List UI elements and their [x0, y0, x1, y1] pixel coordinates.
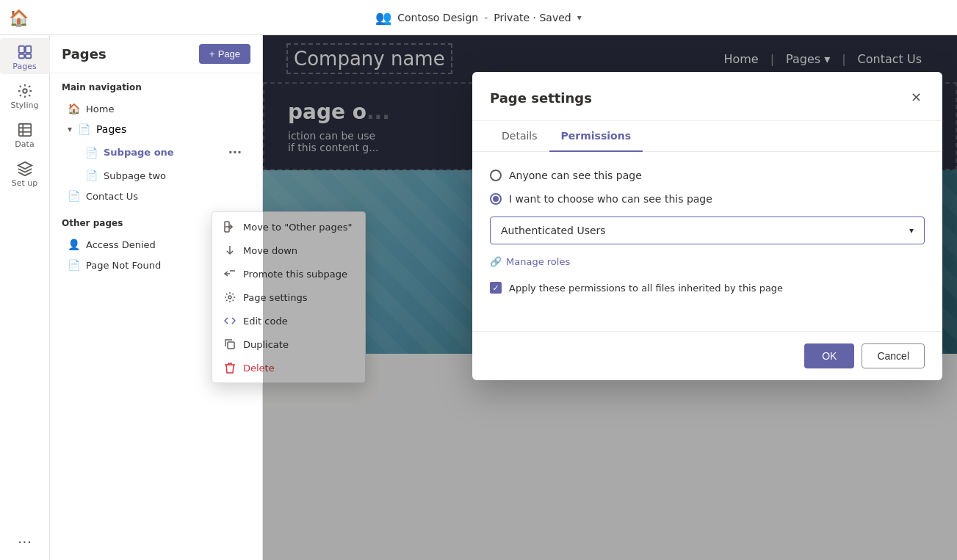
page-not-found-icon: 📄: [68, 259, 80, 271]
collapse-icon[interactable]: ▾: [68, 124, 72, 134]
topbar-separator: -: [484, 12, 488, 23]
pages-children: 📄 Subpage one ··· 📄 Subpage two: [62, 139, 250, 186]
apply-permissions-row: Apply these permissions to all files inh…: [490, 282, 925, 294]
topbar-title: 👥 Contoso Design - Private · Saved ▾: [375, 10, 581, 25]
subpage-one-more-icon[interactable]: ···: [225, 144, 245, 161]
modal-overlay: Page settings ✕ Details Permissions Any: [263, 35, 957, 560]
promote-icon: [224, 268, 236, 280]
add-page-label: Page: [218, 48, 240, 59]
nav-item-subpage-two-label: Subpage two: [104, 170, 166, 181]
plus-icon: +: [209, 48, 215, 59]
sidebar-label-setup: Set up: [12, 178, 38, 188]
add-page-button[interactable]: + Page: [199, 44, 250, 64]
nav-item-home[interactable]: 🏠 Home: [62, 98, 250, 119]
subpage-two-icon: 📄: [85, 170, 98, 181]
nav-item-contact[interactable]: 📄 Contact Us: [62, 186, 250, 206]
sidebar-item-styling[interactable]: Styling: [0, 77, 50, 113]
sidebar-label-styling: Styling: [11, 101, 39, 110]
authenticated-users-dropdown[interactable]: Authenticated Users ▾: [490, 217, 925, 244]
sidebar-item-data[interactable]: Data: [0, 116, 50, 152]
external-link-icon: 🔗: [490, 256, 502, 267]
svg-rect-2: [18, 54, 24, 59]
modal-tabs: Details Permissions: [472, 121, 942, 152]
sidebar-more-button[interactable]: ···: [0, 528, 50, 554]
nav-item-pages[interactable]: ▾ 📄 Pages: [62, 119, 250, 139]
svg-point-4: [23, 89, 27, 93]
apply-permissions-label: Apply these permissions to all files inh…: [509, 283, 783, 294]
manage-roles-label: Manage roles: [506, 256, 570, 267]
dropdown-arrow-icon: ▾: [909, 225, 914, 236]
pages-panel-title: Pages: [62, 46, 106, 62]
svg-point-13: [228, 296, 231, 299]
radio-choose[interactable]: [490, 193, 502, 205]
modal-title: Page settings: [490, 90, 592, 106]
contact-page-icon: 📄: [68, 190, 80, 202]
home-page-icon: 🏠: [68, 103, 80, 114]
dropdown-value: Authenticated Users: [501, 225, 606, 236]
sidebar-item-setup[interactable]: Set up: [0, 155, 50, 191]
tab-details[interactable]: Details: [490, 121, 549, 152]
tab-permissions-label: Permissions: [561, 130, 631, 142]
svg-rect-1: [25, 46, 30, 53]
main-navigation-section: Main navigation 🏠 Home ▾ 📄 Pages 📄 Subpa…: [50, 73, 262, 209]
main-nav-title: Main navigation: [62, 82, 250, 92]
pages-panel: Pages + Page Main navigation 🏠 Home ▾ 📄 …: [50, 35, 263, 560]
more-icon: ···: [18, 534, 32, 551]
svg-rect-14: [228, 342, 234, 349]
modal-body: Anyone can see this page I want to choos…: [472, 152, 942, 331]
canvas-area: Company name Home | Pages ▾ | Contact Us…: [263, 35, 957, 560]
move-down-icon: [224, 244, 236, 256]
apply-permissions-checkbox[interactable]: [490, 282, 502, 294]
duplicate-icon: [224, 338, 236, 350]
page-settings-icon: [224, 291, 236, 303]
svg-rect-0: [18, 46, 24, 53]
modal-close-button[interactable]: ✕: [908, 87, 925, 109]
sidebar-label-data: Data: [15, 139, 34, 149]
svg-rect-5: [18, 124, 31, 137]
access-denied-icon: 👤: [68, 239, 80, 250]
nav-item-page-not-found-label: Page Not Found: [86, 260, 161, 271]
modal-footer: OK Cancel: [472, 331, 942, 380]
move-to-other-icon: [224, 221, 236, 233]
tab-permissions[interactable]: Permissions: [549, 121, 643, 152]
radio-anyone[interactable]: [490, 170, 502, 181]
nav-item-subpage-one-label: Subpage one: [104, 147, 174, 158]
nav-item-subpage-two[interactable]: 📄 Subpage two: [79, 165, 250, 186]
nav-item-home-label: Home: [86, 103, 114, 114]
edit-code-icon: [224, 315, 236, 327]
site-status: Private · Saved: [494, 12, 571, 23]
pages-folder-icon: 📄: [78, 123, 90, 135]
page-settings-modal: Page settings ✕ Details Permissions Any: [472, 72, 942, 380]
manage-roles-link[interactable]: 🔗 Manage roles: [490, 256, 925, 267]
pages-header: Pages + Page: [50, 35, 262, 73]
sidebar-label-pages: Pages: [12, 62, 36, 71]
people-icon: 👥: [375, 10, 391, 25]
ok-button[interactable]: OK: [804, 343, 854, 368]
tab-details-label: Details: [502, 130, 538, 142]
nav-item-contact-label: Contact Us: [86, 191, 138, 202]
svg-rect-3: [25, 54, 30, 59]
permission-anyone-label: Anyone can see this page: [509, 170, 642, 181]
modal-header: Page settings ✕: [472, 72, 942, 121]
icon-rail: Pages Styling Data Set up ···: [0, 35, 50, 560]
site-name: Contoso Design: [397, 12, 478, 23]
topbar-chevron-icon[interactable]: ▾: [577, 12, 582, 23]
permission-choose-label: I want to choose who can see this page: [509, 193, 712, 205]
sidebar-item-pages[interactable]: Pages: [0, 38, 50, 74]
nav-item-access-denied-label: Access Denied: [86, 239, 156, 250]
home-icon[interactable]: 🏠: [9, 8, 29, 26]
permission-choose[interactable]: I want to choose who can see this page: [490, 193, 925, 205]
subpage-icon: 📄: [85, 147, 98, 159]
nav-item-pages-label: Pages: [96, 123, 126, 135]
cancel-button[interactable]: Cancel: [862, 343, 925, 368]
nav-item-subpage-one[interactable]: 📄 Subpage one ···: [79, 139, 250, 165]
main-layout: Pages Styling Data Set up ··· Pages: [0, 35, 957, 560]
permission-anyone[interactable]: Anyone can see this page: [490, 170, 925, 181]
topbar: 🏠 👥 Contoso Design - Private · Saved ▾: [0, 0, 957, 35]
delete-icon: [224, 362, 236, 374]
